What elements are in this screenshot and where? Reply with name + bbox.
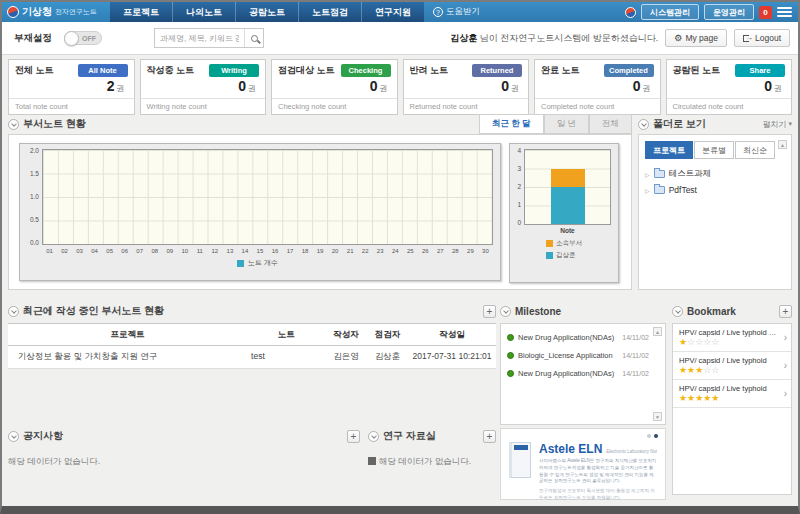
- nav-item-3[interactable]: 노트점검: [298, 2, 361, 22]
- milestone-item-0[interactable]: New Drug Application(NDAs)14/11/02: [505, 328, 651, 346]
- table-cell: 김은영: [325, 346, 366, 368]
- stat-card-label: 반려 노트: [410, 64, 449, 77]
- y-tick: 2: [517, 185, 521, 189]
- stat-card-badge: Share: [735, 64, 785, 77]
- banner-text: Astele ELN Electronic Laboratory Noteboo…: [539, 442, 657, 502]
- scroll-down-icon[interactable]: ▼: [653, 412, 662, 421]
- milestone-section: Milestone New Drug Application(NDAs)14/1…: [500, 303, 666, 425]
- absence-label: 부재설정: [14, 32, 52, 45]
- x-tick: 08: [147, 248, 162, 254]
- add-note-button[interactable]: +: [483, 305, 496, 318]
- bookmark-item-2[interactable]: HPV/ capsid / Live typhoid★★★★★›: [673, 380, 791, 408]
- stat-card-unit: 권: [117, 84, 125, 93]
- eln-dashboard-page: 기상청 전자연구노트 프로젝트나의노트공람노트노트점검연구지원 ? 도움받기 시…: [0, 0, 800, 514]
- column-header-1: 노트: [247, 324, 325, 345]
- chart-plot-area: [524, 149, 611, 225]
- brand-logo[interactable]: 기상청 전자연구노트: [2, 2, 110, 22]
- section-collapse-icon[interactable]: [672, 306, 683, 317]
- x-tick: 24: [388, 248, 403, 254]
- carousel-dot[interactable]: [647, 434, 651, 438]
- banner-body: Astele ELN Electronic Laboratory Noteboo…: [509, 442, 657, 502]
- help-link[interactable]: ? 도움받기: [424, 2, 625, 22]
- x-tick: 27: [433, 248, 448, 254]
- nav-item-4[interactable]: 연구지원: [361, 2, 424, 22]
- column-header-4: 작성일: [408, 324, 496, 345]
- table-row[interactable]: 기상정보 활용 및 가치창출 지원 연구test김은영김상훈2017-07-31…: [8, 346, 496, 369]
- carousel-dot-active[interactable]: [654, 434, 658, 438]
- expand-arrow-icon[interactable]: ▷: [645, 187, 650, 194]
- bookmark-item-0[interactable]: HPV/ capsid / Live typhoid …★☆☆☆☆›: [673, 324, 791, 352]
- folder-label: 테스트과제: [669, 168, 712, 180]
- search-input[interactable]: [155, 34, 244, 43]
- section-collapse-icon[interactable]: [500, 306, 511, 317]
- section-collapse-icon[interactable]: [368, 431, 379, 442]
- stat-card-unit: 권: [380, 84, 388, 93]
- x-tick: 05: [102, 248, 117, 254]
- expand-button[interactable]: 펼치기 ▾: [762, 119, 792, 130]
- section-collapse-icon[interactable]: [8, 431, 19, 442]
- star-rating[interactable]: ★★★★★: [679, 393, 784, 403]
- add-reference-button[interactable]: +: [483, 430, 496, 443]
- bookmark-item-1[interactable]: HPV/ capsid / Live typhoid★★★☆☆›: [673, 352, 791, 380]
- folder-item-1[interactable]: ▷PdfTest: [645, 185, 785, 195]
- chevron-right-icon[interactable]: ›: [784, 360, 787, 371]
- mypage-button[interactable]: ⚙ My page: [665, 29, 727, 47]
- add-bookmark-button[interactable]: +: [779, 305, 792, 318]
- section-collapse-icon[interactable]: [8, 306, 19, 317]
- system-admin-button[interactable]: 시스템관리: [641, 4, 699, 20]
- bookmark-label: HPV/ capsid / Live typhoid …: [679, 328, 784, 337]
- toolbar-right: 김상훈 님이 전자연구노트시스템에 방문하셨습니다. ⚙ My page Log…: [450, 29, 798, 47]
- stat-card-caption: Circulated note count: [667, 98, 792, 114]
- star-filled-icon: ★★★: [679, 365, 703, 375]
- search-box: [154, 28, 264, 48]
- nav-item-0[interactable]: 프로젝트: [110, 2, 172, 22]
- folder-tab-0[interactable]: 프로젝트: [645, 141, 693, 159]
- absence-toggle[interactable]: OFF: [64, 31, 102, 45]
- stat-card-value: 0: [370, 78, 378, 94]
- milestone-date: 14/11/02: [622, 370, 649, 377]
- chevron-right-icon[interactable]: ›: [784, 388, 787, 399]
- y-tick: 3: [517, 167, 521, 171]
- chevron-right-icon[interactable]: ›: [784, 332, 787, 343]
- star-rating[interactable]: ★★★☆☆: [679, 365, 784, 375]
- folder-view-panel: 프로젝트분류별최신순 ▷테스트과제▷PdfTest ▲: [638, 134, 792, 290]
- scroll-up-icon[interactable]: ▲: [653, 327, 662, 336]
- toggle-state-label: OFF: [82, 35, 96, 42]
- user-name: 김상훈: [450, 33, 477, 43]
- menu-icon[interactable]: [777, 6, 792, 19]
- nav-item-1[interactable]: 나의노트: [172, 2, 235, 22]
- taegeuk-icon: [625, 7, 636, 18]
- stat-card-badge: Checking: [341, 64, 391, 77]
- expand-arrow-icon[interactable]: ▷: [645, 171, 650, 178]
- dept-period-tabs: 최근 한 달일 년전체: [479, 114, 632, 134]
- milestone-label: New Drug Application(NDAs): [518, 333, 618, 342]
- scroll-up-icon[interactable]: ▲: [778, 140, 787, 149]
- search-button[interactable]: [244, 29, 263, 47]
- welcome-message: 김상훈 님이 전자연구노트시스템에 방문하셨습니다.: [450, 32, 658, 45]
- milestone-item-1[interactable]: Biologic_License Application14/11/02: [505, 346, 651, 364]
- stat-card-label: 전체 노트: [15, 64, 54, 77]
- nav-item-2[interactable]: 공람노트: [235, 2, 298, 22]
- alarm-count-badge[interactable]: 0: [759, 6, 772, 19]
- logout-button[interactable]: Logout: [734, 29, 790, 47]
- milestone-item-2[interactable]: New Drug Application(NDAs)14/11/02: [505, 364, 651, 382]
- y-tick: 4: [517, 149, 521, 153]
- ops-admin-button[interactable]: 운영관리: [704, 4, 754, 20]
- folder-item-0[interactable]: ▷테스트과제: [645, 168, 785, 180]
- dept-tab-0[interactable]: 최근 한 달: [479, 114, 544, 134]
- bookmark-section: Bookmark + HPV/ capsid / Live typhoid …★…: [672, 303, 792, 495]
- dept-tab-1[interactable]: 일 년: [544, 114, 589, 134]
- stat-card-value: 0: [633, 78, 641, 94]
- stat-card-unit: 권: [511, 84, 519, 93]
- dept-tab-2[interactable]: 전체: [589, 114, 632, 134]
- file-icon: [368, 457, 376, 465]
- milestone-panel: New Drug Application(NDAs)14/11/02Biolog…: [500, 323, 666, 425]
- star-rating[interactable]: ★☆☆☆☆: [679, 337, 784, 347]
- section-collapse-icon[interactable]: [638, 119, 649, 130]
- bookmark-title-row: Bookmark +: [672, 303, 792, 319]
- folder-tab-1[interactable]: 분류별: [694, 141, 734, 159]
- promo-banner[interactable]: Astele ELN Electronic Laboratory Noteboo…: [500, 428, 666, 500]
- section-collapse-icon[interactable]: [8, 119, 19, 130]
- add-notice-button[interactable]: +: [347, 430, 360, 443]
- folder-tab-2[interactable]: 최신순: [735, 141, 775, 159]
